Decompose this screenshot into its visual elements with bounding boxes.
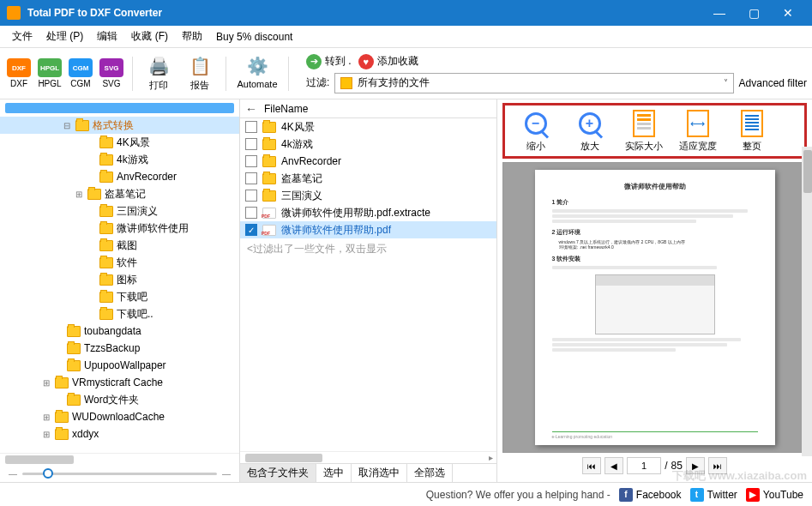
preview-vscrollbar[interactable] [802,147,812,456]
checkbox[interactable] [245,121,257,133]
checkbox[interactable] [245,138,257,150]
checkbox[interactable] [245,155,257,167]
tree-node[interactable]: 软件 [0,254,239,271]
goto-button[interactable]: ➔转到 . [306,54,352,69]
format-dxf-button[interactable]: DXFDXF [5,52,33,95]
prev-page-button[interactable]: ◀ [604,457,623,474]
tree-node[interactable]: UpupooWallpaper [0,357,239,374]
menu-file[interactable]: 文件 [5,27,39,46]
tree-node[interactable]: 图标 [0,271,239,288]
tree-node[interactable]: ⊞WUDownloadCache [0,408,239,425]
file-row[interactable]: AnvRecorder [240,153,496,170]
expand-icon[interactable]: ⊞ [74,190,84,199]
whole-page-button[interactable]: 整页 [728,109,775,153]
tree-node[interactable]: 截图 [0,237,239,254]
tree-node[interactable]: TzzsBackup [0,340,239,357]
tree-hscrollbar[interactable] [0,453,239,465]
page-number-input[interactable] [627,457,661,474]
menu-process[interactable]: 处理 (P) [39,27,90,46]
youtube-link[interactable]: ▶YouTube [746,488,803,502]
format-hpgl-button[interactable]: HPGLHPGL [36,52,63,95]
folder-tree[interactable]: ⊟ 格式转换 4K风景4k游戏AnvRecorder⊞盗墓笔记三国演义微讲师软件… [0,115,239,453]
facebook-link[interactable]: fFacebook [619,488,682,502]
tree-node[interactable]: 微讲师软件使用 [0,220,239,237]
tree-node[interactable]: 下载吧.. [0,305,239,322]
folder-icon [99,137,113,148]
file-list[interactable]: 4K风景4k游戏AnvRecorder盗墓笔记三国演义微讲师软件使用帮助.pdf… [240,118,496,451]
report-button[interactable]: 📋报告 [181,52,219,95]
print-button[interactable]: 🖨️打印 [140,52,177,95]
preview-viewport[interactable]: 微讲师软件使用帮助 1 简介 2 运行环境windows 7 及以上系统运行，建… [502,162,807,453]
last-page-button[interactable]: ⏭ [708,457,727,474]
file-row[interactable]: 微讲师软件使用帮助.pdf.extracte [240,204,496,221]
file-row[interactable]: ✓微讲师软件使用帮助.pdf [240,221,496,238]
maximize-button[interactable]: ▢ [737,0,771,26]
filter-hidden-message[interactable]: <过滤出了一些文件，双击显示 [240,238,496,260]
tree-node[interactable]: 下载吧 [0,288,239,305]
tree-node[interactable]: AnvRecorder [0,168,239,185]
add-favorite-button[interactable]: ♥添加收藏 [358,54,418,69]
format-cgm-button[interactable]: CGMCGM [67,52,94,95]
folder-icon [87,189,101,200]
menu-help[interactable]: 帮助 [175,27,209,46]
slider-thumb[interactable] [43,468,53,479]
tree-node[interactable]: toubangdata [0,322,239,340]
tree-node[interactable]: ⊞盗墓笔记 [0,185,239,202]
scrollbar-thumb[interactable] [5,455,74,464]
tree-node[interactable]: 4K风景 [0,134,239,151]
menu-discount[interactable]: Buy 5% discount [209,28,299,45]
tree-node[interactable]: Word文件夹 [0,391,239,408]
file-row[interactable]: 4k游戏 [240,136,496,153]
filelist-hscrollbar[interactable]: ▸ [240,451,496,463]
file-row[interactable]: 盗墓笔记 [240,170,496,187]
file-list-pane: ← FileName 4K风景4k游戏AnvRecorder盗墓笔记三国演义微讲… [240,99,497,482]
tree-node[interactable]: ⊞xddyx [0,425,239,443]
file-type-icon [340,77,352,89]
checkbox[interactable] [245,190,257,202]
checkbox[interactable] [245,207,257,219]
expand-icon[interactable]: ⊞ [41,413,51,422]
minimize-button[interactable]: — [702,0,737,26]
folder-icon [99,172,113,183]
file-row[interactable]: 4K风景 [240,118,496,136]
scrollbar-thumb[interactable] [245,454,322,462]
checkbox[interactable] [245,172,257,184]
actual-size-button[interactable]: 实际大小 [620,109,667,153]
filter-label: 过滤: [306,75,329,90]
deselect-button[interactable]: 取消选中 [352,464,407,482]
zoom-in-button[interactable]: +放大 [566,109,613,153]
expand-icon[interactable]: ⊞ [41,430,51,439]
first-page-button[interactable]: ⏮ [582,457,601,474]
tree-zoom-slider[interactable]: — — [0,465,239,482]
scrollbar-thumb[interactable] [803,150,812,193]
zoom-out-button[interactable]: −缩小 [512,109,559,153]
folder-icon [67,343,81,354]
checkbox[interactable]: ✓ [245,224,257,236]
collapse-icon[interactable]: ⊟ [62,121,72,130]
back-button[interactable]: ← [245,102,257,116]
menu-favorites[interactable]: 收藏 (F) [124,27,175,46]
folder-icon [55,377,69,389]
column-filename[interactable]: FileName [264,103,308,115]
menu-edit[interactable]: 编辑 [90,27,124,46]
fit-width-button[interactable]: 适应宽度 [674,109,721,153]
twitter-link[interactable]: tTwitter [690,488,737,502]
select-button[interactable]: 选中 [316,464,352,482]
close-button[interactable]: ✕ [771,0,805,26]
include-subfolders-button[interactable]: 包含子文件夹 [240,464,316,482]
automate-button[interactable]: ⚙️Automate [233,52,281,95]
expand-icon[interactable]: ⊞ [41,378,51,388]
tree-node[interactable]: 三国演义 [0,202,239,220]
tree-node-label: 4k游戏 [117,153,148,167]
file-row[interactable]: 三国演义 [240,187,496,204]
folder-icon [75,120,89,131]
toolbar-separator [132,57,133,91]
format-svg-button[interactable]: SVGSVG [98,52,125,95]
tree-node[interactable]: 4k游戏 [0,151,239,168]
next-page-button[interactable]: ▶ [686,457,705,474]
tree-node[interactable]: ⊞VRmysticraft Cache [0,374,239,391]
select-all-button[interactable]: 全部选 [407,464,453,482]
tree-node-selected[interactable]: ⊟ 格式转换 [0,117,239,134]
advanced-filter-link[interactable]: Advanced filter [739,77,807,89]
filter-dropdown[interactable]: 所有支持的文件 ˅ [334,73,733,93]
